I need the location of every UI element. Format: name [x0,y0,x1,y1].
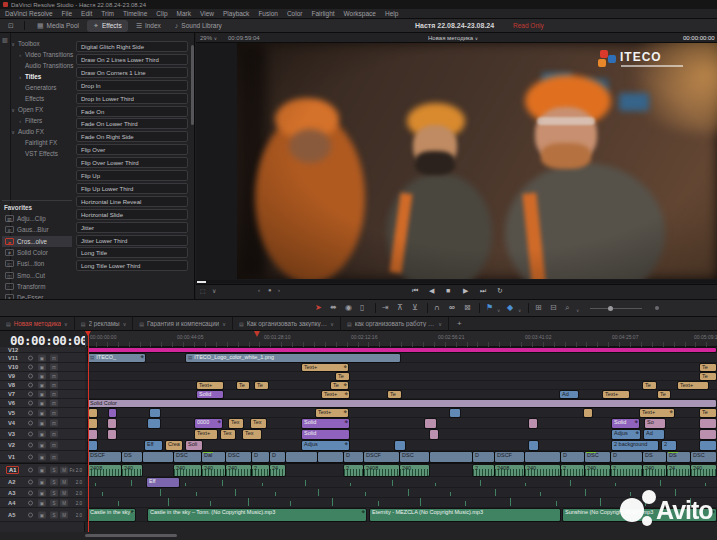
clip-v2-9[interactable] [700,441,716,450]
effect-item-6[interactable]: Fade On Lower Third [76,118,188,129]
menu-item-12[interactable]: Workspace [344,10,376,17]
track-mute-button[interactable]: M [60,499,68,506]
marker-button[interactable]: ◆ [507,303,513,313]
track-header-v5[interactable]: V5▣⊡ [0,408,85,418]
clip-v1-3[interactable]: DSC [174,452,201,462]
clip-v7-3[interactable]: Ad [560,391,578,398]
track-lock-icon[interactable]: ▣ [38,479,46,486]
clip-a1-2[interactable]: 240 [174,465,201,476]
track-lane-v10[interactable]: Text+◆Te [85,363,717,372]
menu-item-2[interactable]: Edit [81,10,92,17]
track-autoselect-icon[interactable]: ⊡ [50,364,58,371]
dropdown-arrow-icon[interactable]: ∨ [497,306,500,316]
clip-v3-1[interactable] [108,430,116,439]
track-lane-a1[interactable]: 2408240240240240224224082402240824022402… [85,464,717,477]
tab-dropdown-icon[interactable]: ∨ [438,321,442,327]
clip-v1-7[interactable]: D [270,452,285,462]
effect-item-7[interactable]: Fade On Right Side [76,131,188,142]
clip-keyframe-icon[interactable]: ◆ [344,409,347,414]
clip-v2-6[interactable] [529,441,538,450]
clip-v3-4[interactable]: Tex [243,430,261,439]
track-solo-button[interactable]: S [50,467,58,474]
clip-v5-7[interactable]: Te [700,409,716,417]
snapping-toggle[interactable]: ∩ [434,303,440,313]
track-lane-v9[interactable]: TeTe [85,372,717,381]
timeline-tab-4[interactable]: ▤как организовать работу на высоте∨ [341,317,449,331]
track-autoselect-icon[interactable]: ⊡ [50,409,58,416]
track-enable-icon[interactable] [28,432,33,437]
clip-v7-5[interactable]: Te [658,391,670,398]
clip-v4-8[interactable] [529,419,537,428]
clip-a1-15[interactable]: 2 [611,465,642,476]
track-enable-icon[interactable] [28,410,33,415]
replace-clip-button[interactable]: ⊻ [412,303,418,313]
track-autoselect-icon[interactable]: ⊡ [50,391,58,398]
tab-dropdown-icon[interactable]: ∨ [330,321,334,327]
effects-list-scrollbar[interactable] [191,45,194,125]
go-to-start-button[interactable]: ⏮ [412,287,418,295]
track-lane-v11[interactable]: ▤ITECO_◆▤ITECO_Logo_color_white_1.png [85,353,717,363]
menu-item-5[interactable]: Clip [156,10,167,17]
clip-v3-6[interactable] [430,430,438,439]
timeline-zoom-knob[interactable] [608,306,613,311]
clip-a1-9[interactable]: 240 [400,465,429,476]
clip-keyframe-icon[interactable]: ◆ [345,419,348,424]
track-enable-icon[interactable] [28,480,33,485]
clip-v1-12[interactable]: DSC [400,452,429,462]
viewer-fit-icon[interactable]: ⬚ [200,287,206,294]
gang-next-icon[interactable]: › [278,287,280,293]
effects-button[interactable]: ✦Effects [87,20,128,32]
tree-item-9[interactable]: Fairlight FX [10,137,74,148]
effect-item-2[interactable]: Draw On Corners 1 Line [76,67,188,78]
clip-v2-0[interactable] [88,441,97,450]
track-enable-icon[interactable] [28,512,33,517]
gang-dot-icon[interactable]: ● [268,287,272,293]
panel-grid-icon[interactable]: ▥ [2,36,8,43]
track-lock-icon[interactable]: ▣ [38,489,46,496]
trim-edit-tool[interactable]: ⬌ [330,303,337,313]
clip-v1-21[interactable]: DS [667,452,690,462]
clip-v2-7[interactable]: 2 background [612,441,658,450]
track-header-a3[interactable]: A3▣SM2.0 [0,488,85,498]
track-header-v1[interactable]: V1▣⊡ [0,451,85,463]
track-lock-icon[interactable]: ▣ [38,364,46,371]
menu-item-7[interactable]: View [200,10,214,17]
track-header-v3[interactable]: V3▣⊡ [0,429,85,440]
zoom-preset-button[interactable]: ⌕ [565,303,569,313]
track-mute-button[interactable]: M [60,467,68,474]
clip-v4-6[interactable]: Solid◆ [302,419,349,428]
timeline-tab-3[interactable]: ▤Как организовать закупку СИЗ в∨ [233,317,341,331]
clip-a5-1[interactable]: Castle in the sky – Tonn. (No Copyright … [148,509,366,521]
tree-item-7[interactable]: ›Filters [10,115,74,126]
clip-v1-20[interactable]: DS [643,452,666,462]
insert-clip-button[interactable]: ⇥ [382,303,389,313]
razor-tool[interactable]: ▯ [360,303,364,313]
clip-v5-1[interactable] [109,409,116,417]
clip-a1-14[interactable]: 240 [585,465,610,476]
clip-v2-1[interactable]: Eff [145,441,162,450]
clip-v1-9[interactable] [318,452,343,462]
clip-v3-8[interactable]: Ad [644,430,664,439]
clip-v8-3[interactable]: Te◆ [331,382,348,389]
track-solo-button[interactable]: S [50,479,58,486]
go-to-end-button[interactable]: ⏭ [480,287,486,295]
stop-button[interactable]: ■ [446,287,450,294]
panel-toggle-button[interactable]: ⊡ [2,20,20,32]
clip-v4-5[interactable]: Tex [251,419,266,428]
effect-item-16[interactable]: Long Title [76,247,188,258]
track-autoselect-icon[interactable]: ⊡ [50,442,58,449]
track-lock-icon[interactable]: ▣ [38,499,46,506]
clip-a1-13[interactable]: 2 [561,465,584,476]
track-autoselect-icon[interactable]: ⊡ [50,354,58,361]
clip-v1-2[interactable] [143,452,173,462]
clip-v8-5[interactable]: Text+ [678,382,708,389]
clip-v1-10[interactable]: D [344,452,363,462]
clip-keyframe-icon[interactable]: ◆ [345,391,348,396]
track-mute-button[interactable]: M [60,479,68,486]
menu-item-10[interactable]: Color [287,10,303,17]
track-enable-icon[interactable] [28,421,33,426]
clip-v2-4[interactable]: Adjus◆ [302,441,349,450]
clip-v4-10[interactable]: So [645,419,665,428]
tree-item-0[interactable]: ∨Toolbox [10,38,74,49]
effect-item-14[interactable]: Jitter [76,222,188,233]
